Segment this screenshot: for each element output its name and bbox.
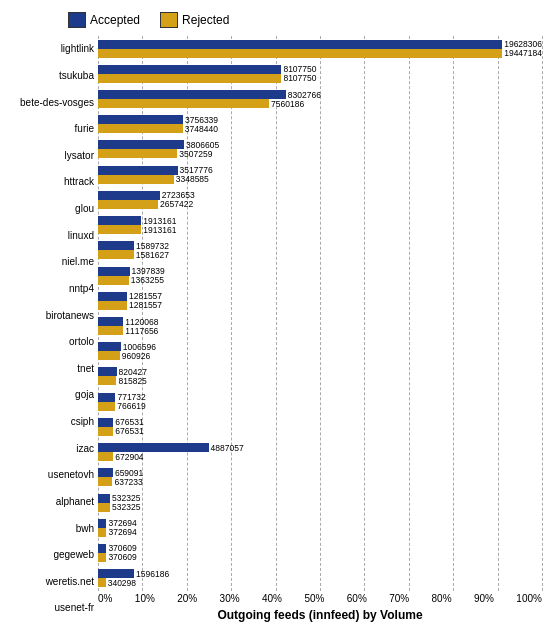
y-label: tnet [8,364,94,374]
rejected-bar-fill [98,326,123,335]
rejected-bar-line: 766619 [98,402,542,411]
rejected-bar-fill [98,427,113,436]
accepted-bar-line: 370609 [98,544,542,553]
accepted-bar-line: 1596186 [98,569,542,578]
rejected-value: 370609 [108,552,136,562]
bar-row: 659091637233 [98,467,542,487]
accepted-bar-line: 8107750 [98,65,542,74]
rejected-bar-fill [98,250,134,259]
bar-row: 19131611913161 [98,215,542,235]
rejected-value: 7560186 [271,99,304,109]
rejected-value: 676531 [115,426,143,436]
y-label: izac [8,444,94,454]
bar-row: 38066053507259 [98,139,542,159]
accepted-bar-fill [98,166,178,175]
bar-row: 15897321581627 [98,240,542,260]
bar-row: 820427815825 [98,366,542,386]
rejected-bar-fill [98,276,129,285]
rejected-value: 672904 [115,452,143,462]
rejected-bar-line: 637233 [98,477,542,486]
rejected-value: 1913161 [143,225,176,235]
bar-row: 11200681117656 [98,316,542,336]
accepted-bar-fill [98,367,117,376]
rejected-bar-line: 532325 [98,503,542,512]
accepted-bar-fill [98,468,113,477]
rejected-value: 1581627 [136,250,169,260]
rejected-bar-fill [98,301,127,310]
y-label: bete-des-vosges [8,98,94,108]
rejected-bar-line: 676531 [98,427,542,436]
rejected-value: 637233 [114,477,142,487]
accepted-bar-line: 372694 [98,519,542,528]
grid-line [542,36,543,591]
accepted-bar-fill [98,292,127,301]
accepted-bar-fill [98,115,183,124]
rejected-bar-fill [98,477,112,486]
accepted-bar-line: 1397839 [98,267,542,276]
rejected-bar-line: 1913161 [98,225,542,234]
legend-accepted: Accepted [68,12,140,28]
rejected-bar-fill [98,528,106,537]
rejected-bar-fill [98,225,141,234]
y-label: ortolo [8,337,94,347]
bars-wrapper: 1962830619447184810775081077508302766756… [98,36,542,591]
accepted-bar-line: 1006596 [98,342,542,351]
bar-row: 83027667560186 [98,89,542,109]
y-label: tsukuba [8,71,94,81]
accepted-bar-line: 1120068 [98,317,542,326]
y-label: csiph [8,417,94,427]
accepted-bar-fill [98,418,113,427]
accepted-bar-fill [98,191,160,200]
rejected-bar-fill [98,452,113,461]
y-label: furie [8,124,94,134]
bar-row: 4887057672904 [98,442,542,462]
rejected-bar-line: 7560186 [98,99,542,108]
rejected-bar-fill [98,578,106,587]
y-label: lysator [8,151,94,161]
accepted-bar-fill [98,140,184,149]
bar-row: 676531676531 [98,417,542,437]
rejected-bar-line: 672904 [98,452,542,461]
rejected-bar-fill [98,351,120,360]
rejected-value: 19447184 [504,48,542,58]
x-tick: 0% [98,593,112,604]
y-label: nntp4 [8,284,94,294]
accepted-value: 1596186 [136,569,169,579]
accepted-bar-fill [98,90,286,99]
accepted-bar-line: 4887057 [98,443,542,452]
bar-row: 37563393748440 [98,114,542,134]
bar-row: 13978391363255 [98,266,542,286]
y-label: alphanet [8,497,94,507]
rejected-bar-line: 1581627 [98,250,542,259]
bar-row: 1006596960926 [98,341,542,361]
x-tick: 50% [304,593,324,604]
accepted-bar-fill [98,519,106,528]
bar-row: 1962830619447184 [98,39,542,59]
y-label: httrack [8,177,94,187]
rejected-bar-fill [98,503,110,512]
x-axis: 0%10%20%30%40%50%60%70%80%90%100% [98,591,542,604]
x-tick: 10% [135,593,155,604]
rejected-bar-line: 1281557 [98,301,542,310]
x-tick: 40% [262,593,282,604]
chart-container: Accepted Rejected lightlinktsukubabete-d… [0,0,550,630]
y-label: gegeweb [8,550,94,560]
accepted-bar-line: 3756339 [98,115,542,124]
rejected-bar-fill [98,124,183,133]
rejected-bar-fill [98,376,116,385]
rejected-bar-line: 370609 [98,553,542,562]
accepted-bar-line: 3517776 [98,166,542,175]
accepted-bar-line: 820427 [98,367,542,376]
rejected-value: 960926 [122,351,150,361]
rejected-value: 1117656 [125,326,158,336]
accepted-bar-fill [98,494,110,503]
rejected-bar-line: 815825 [98,376,542,385]
accepted-bar-fill [98,317,123,326]
bar-row: 532325532325 [98,493,542,513]
rejected-value: 1281557 [129,300,162,310]
bar-row: 771732766619 [98,392,542,412]
chart-area: lightlinktsukubabete-des-vosgesfurielysa… [8,36,542,622]
bar-row: 1596186340298 [98,568,542,588]
rejected-bar-fill [98,553,106,562]
y-label: goja [8,390,94,400]
